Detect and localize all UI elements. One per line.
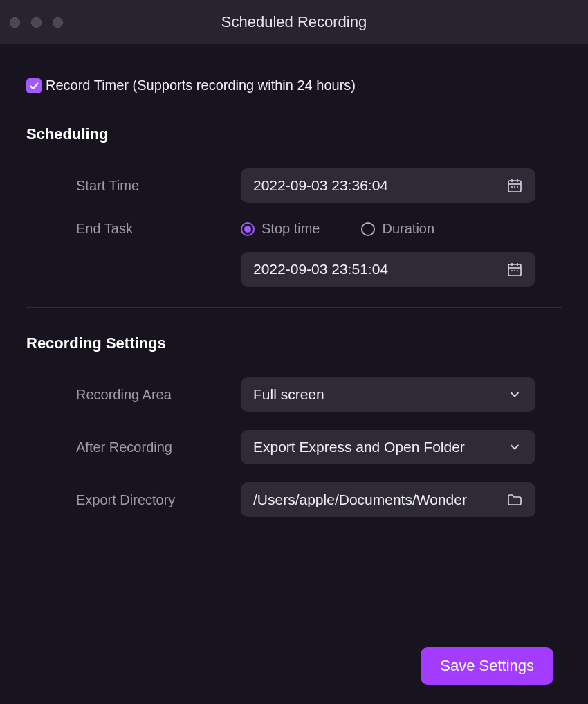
calendar-icon <box>506 177 523 194</box>
content: Record Timer (Supports recording within … <box>0 44 588 517</box>
minimize-window-button[interactable] <box>31 17 42 28</box>
start-time-label: Start Time <box>26 178 241 194</box>
start-time-row: Start Time 2022-09-03 23:36:04 <box>26 168 562 203</box>
record-timer-row: Record Timer (Supports recording within … <box>26 78 562 93</box>
end-task-time-field[interactable]: 2022-09-03 23:51:04 <box>241 252 535 287</box>
record-timer-checkbox[interactable] <box>26 78 42 93</box>
after-recording-label: After Recording <box>26 440 241 455</box>
export-directory-label: Export Directory <box>26 492 241 508</box>
duration-radio[interactable]: Duration <box>361 221 434 237</box>
end-task-radio-group: Stop time Duration <box>241 221 434 237</box>
duration-radio-label: Duration <box>382 221 434 237</box>
recording-area-select[interactable]: Full screen <box>241 377 535 412</box>
stop-time-radio-label: Stop time <box>261 221 320 237</box>
divider <box>26 307 562 308</box>
start-time-field[interactable]: 2022-09-03 23:36:04 <box>241 168 535 203</box>
radio-icon <box>241 222 255 236</box>
recording-area-row: Recording Area Full screen <box>26 377 562 412</box>
titlebar: Scheduled Recording <box>0 0 588 44</box>
window-title: Scheduled Recording <box>0 13 588 31</box>
svg-rect-0 <box>508 181 521 192</box>
after-recording-value: Export Express and Open Folder <box>253 439 506 455</box>
check-icon <box>28 80 39 91</box>
chevron-down-icon <box>506 439 523 455</box>
save-settings-button[interactable]: Save Settings <box>421 647 553 685</box>
scheduling-heading: Scheduling <box>26 125 562 143</box>
folder-icon <box>506 491 523 508</box>
end-task-row: End Task Stop time Duration <box>26 221 562 237</box>
radio-icon <box>361 222 375 236</box>
export-directory-row: Export Directory /Users/apple/Documents/… <box>26 482 562 517</box>
footer: Save Settings <box>421 647 553 685</box>
maximize-window-button[interactable] <box>53 17 63 28</box>
chevron-down-icon <box>506 386 523 403</box>
export-directory-value: /Users/apple/Documents/Wonder <box>253 491 506 508</box>
end-task-field-row: 2022-09-03 23:51:04 <box>26 252 562 287</box>
stop-time-radio[interactable]: Stop time <box>241 221 320 237</box>
svg-rect-7 <box>508 264 521 276</box>
traffic-lights <box>10 17 63 28</box>
end-task-label: End Task <box>26 221 241 237</box>
recording-area-label: Recording Area <box>26 387 241 403</box>
recording-area-value: Full screen <box>253 386 506 403</box>
end-task-time-value: 2022-09-03 23:51:04 <box>253 261 506 278</box>
after-recording-row: After Recording Export Express and Open … <box>26 430 562 464</box>
close-window-button[interactable] <box>10 17 20 28</box>
recording-settings-heading: Recording Settings <box>26 334 562 352</box>
after-recording-select[interactable]: Export Express and Open Folder <box>241 430 535 464</box>
calendar-icon <box>506 261 523 278</box>
export-directory-field[interactable]: /Users/apple/Documents/Wonder <box>241 482 535 517</box>
start-time-value: 2022-09-03 23:36:04 <box>253 177 506 194</box>
record-timer-label: Record Timer (Supports recording within … <box>46 78 356 93</box>
